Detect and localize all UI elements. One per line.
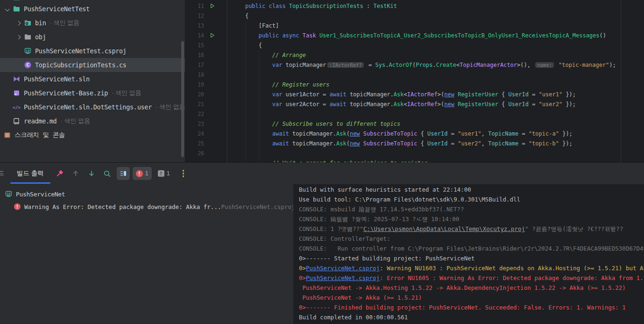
code-line-20: 20 var user1Actor = await topicManager.A… [185,89,644,99]
console-line: CONSOLE: ControllerTarget: [299,235,644,245]
tree-item-suffix: · 색인 없음 [60,117,90,125]
line-number: 15 [185,42,206,49]
tree-item-pushservicenet-sln-dotsettings-user[interactable]: </>PushServiceNet.sln.DotSettings.user· … [0,100,185,114]
code-line-12: 12 { [185,11,644,21]
code-text: [Fact] [227,22,279,29]
line-number: 18 [185,72,206,78]
run-test-icon[interactable] [206,32,227,38]
code-text: { [227,42,262,49]
build-output-content: C# PushServiceNet ! Warning As Error: De… [0,184,644,324]
console-link[interactable]: PushServiceNet.csproj [306,274,380,281]
svg-text:C: C [26,63,29,67]
console-link[interactable]: C:\Users\psmon\AppData\Local\Temp\Xocuty… [363,225,525,232]
rider-ide-window: PushServiceNetPushServiceNetTestbin· 색인 … [0,0,644,324]
build-hammer-icon[interactable] [53,167,66,180]
tree-item-suffix: · 색인 없음 [112,89,142,97]
readme-icon [12,117,21,125]
code-line-16: 16 // Arrange [185,50,644,60]
next-message-button[interactable] [85,167,98,180]
line-number: 26 [185,150,206,157]
toggle-tree-view-button[interactable] [117,167,130,180]
tree-item-suffix: · 색인 없음 [156,103,185,111]
code-line-14: 14 public async Task User1_SubscribesToT… [185,30,644,40]
search-icon[interactable] [101,167,114,180]
console-line: Build completed in 00:00:00.561 [299,314,644,324]
tree-item-suffix: · 색인 없음 [50,19,79,27]
tree-item-label: PushServiceNetTest.csproj [35,47,127,55]
tree-item-readme-md[interactable]: readme.md· 색인 없음 [0,114,185,128]
code-line-23: 23 // Subscribe users to different topic… [185,119,644,129]
previous-message-button[interactable] [69,167,82,180]
code-line-17: 17 var topicManager:IActorRef? = Sys.Act… [185,60,644,70]
code-text: { [227,13,248,19]
build-warning-row[interactable]: ! Warning As Error: Detected package dow… [0,200,293,213]
zip-icon [12,89,21,97]
tree-item-label: PushServiceNet-Base.zip [24,89,108,97]
warning-icon: ! [158,170,164,177]
console-link[interactable]: PushServiceNet.csproj [306,265,380,272]
line-number: 17 [185,62,206,68]
console-line: 0>------- Started building project: Push… [299,255,644,265]
code-line-21: 21 var user2Actor = await topicManager.A… [185,99,644,109]
tree-item-pushservicenettest-csproj[interactable]: C#PushServiceNetTest.csproj [0,44,185,58]
code-text: public async Task User1_SubscribesToTopi… [227,32,606,39]
code-line-13: 13 [Fact] [185,21,644,30]
build-console[interactable]: Build with surface heuristics started at… [293,184,644,324]
chevron-down-icon[interactable] [2,7,12,11]
code-line-clipped: // Wait a moment for subscriptions to re… [185,158,644,162]
build-warning-text: Warning As Error: Detected package downg… [24,203,221,210]
svg-text:C#: C# [26,49,29,53]
top-region: PushServiceNetPushServiceNetTestbin· 색인 … [0,0,644,162]
class-icon: C [23,61,32,69]
code-line-19: 19 // Register users [185,79,644,89]
tree-item-topicsubscriptiontests-cs[interactable]: CTopicSubscriptionTests.cs [0,58,185,72]
code-line-25: 25 await topicManager.Ask(new SubscribeT… [185,138,644,148]
scratch-icon [3,131,11,139]
chevron-right-icon[interactable] [13,22,23,25]
chevron-right-icon[interactable] [13,36,23,39]
code-text: // Register users [227,81,330,88]
tree-item-label: obj [35,33,46,41]
console-line: CONSOLE: msbuild 踰꾩쟾 17.14.5+edd3bbf37(.… [299,206,644,216]
code-text: var topicManager:IActorRef? = Sys.ActorO… [227,62,616,68]
error-filter-toggle[interactable]: ! 1 [133,167,152,180]
line-number: 19 [185,81,206,88]
code-editor[interactable]: 11 public class TopicSubscriptionTests :… [185,0,644,162]
run-test-icon[interactable] [206,3,227,9]
project-tree: PushServiceNetPushServiceNetTestbin· 색인 … [0,2,185,142]
line-number: 22 [185,111,206,117]
dotsettings-icon: </> [12,103,21,111]
code-lines: 11 public class TopicSubscriptionTests :… [185,1,644,162]
code-text: // Subscribe users to different topics [227,121,400,127]
sln-icon [12,75,21,83]
code-text: var user1Actor = await topicManager.Ask<… [227,91,576,98]
tree-item-pushservicenet-sln[interactable]: PushServiceNet.sln [0,72,185,86]
console-line: CONSOLE: 鍮뚮뱶 ?쒖옉: 2025-07-13 ?ㅼ쟾 10:14:0… [299,216,644,225]
active-tab-indicator [10,182,50,184]
build-project-label: PushServiceNet [16,191,65,198]
error-count: 1 [145,170,149,177]
tree-item-bin[interactable]: bin· 색인 없음 [0,16,185,30]
toolwindow-title-partial: 드 [0,169,4,178]
console-line: CONSOLE: Run controller from C:\Program … [299,245,644,255]
tree-item-pushservicenet-base-zip[interactable]: PushServiceNet-Base.zip· 색인 없음 [0,86,185,100]
tree-item-obj[interactable]: obj [0,30,185,44]
tree-item-label: 스크래치 및 콘솔 [14,131,65,139]
error-icon: ! [136,170,143,177]
tree-item-label: TopicSubscriptionTests.cs [35,61,127,69]
tree-item-pushservicenet[interactable]: PushServiceNet [0,0,185,5]
folder-gray-icon [23,33,32,41]
more-options-icon[interactable] [180,170,187,177]
folder-bin-icon [23,19,32,27]
line-number: 16 [185,52,206,58]
build-project-row[interactable]: C# PushServiceNet [0,188,293,200]
console-line: PushServiceNet -> Akka (>= 1.5.21) [299,294,644,304]
tab-build-output[interactable]: 빌드 출력 [10,163,50,184]
code-text: await topicManager.Ask(new SubscribeToTo… [227,140,573,147]
line-number: 21 [185,101,206,108]
sidebar-scrollbar[interactable] [181,41,184,157]
warning-filter-toggle[interactable]: ! 1 [155,167,173,180]
tree-item-label: PushServiceNetTest [24,5,90,13]
tree-item-스크래치-및-콘솔[interactable]: 스크래치 및 콘솔 [0,128,185,142]
code-text: public class TopicSubscriptionTests : Te… [227,3,397,9]
